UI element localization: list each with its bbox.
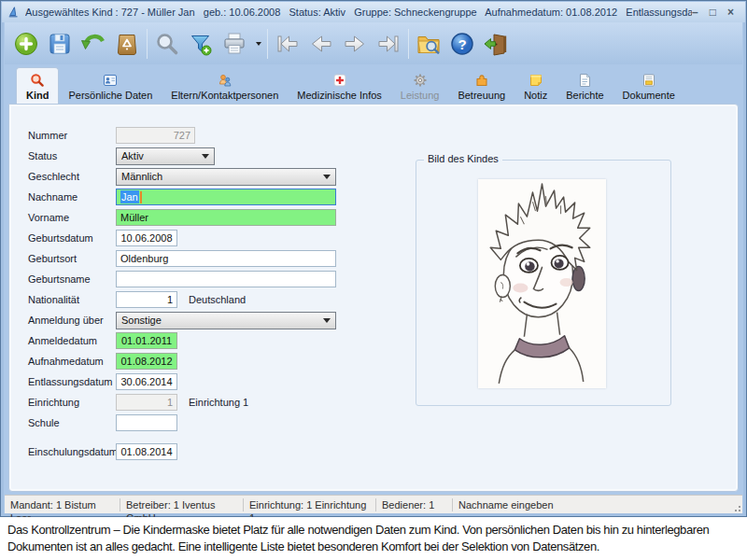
vorname-field[interactable]: Müller	[116, 209, 336, 226]
geburtsname-field[interactable]	[116, 271, 336, 287]
form-row: Nachname Jan	[28, 189, 336, 205]
nav-last-button[interactable]	[372, 26, 405, 62]
geschlecht-dropdown[interactable]: Männlich	[116, 168, 336, 186]
form-row: Geburtsdatum 10.06.2008	[28, 230, 336, 246]
tab-label: Eltern/Kontaktpersonen	[171, 90, 278, 101]
new-record-button[interactable]	[9, 26, 43, 62]
field-label: Anmeldedatum	[28, 335, 116, 346]
tab-label: Betreuung	[458, 90, 505, 101]
field-label: Geburtsort	[28, 253, 116, 264]
tab-berichte[interactable]: Berichte	[557, 70, 613, 104]
delete-button[interactable]	[110, 26, 144, 62]
field-label: Anmeldung über	[28, 315, 116, 326]
search-button[interactable]	[150, 26, 184, 62]
chevron-down-icon	[202, 154, 209, 159]
first-record-icon	[275, 31, 301, 57]
einschulungsdatum-field[interactable]: 01.08.2014	[116, 443, 177, 460]
field-label: Entlassungsdatum	[28, 376, 116, 387]
form-row: Aufnahmedatum 01.08.2012	[28, 353, 336, 370]
parents-icon	[218, 73, 233, 88]
tab-strip: Kind Persönliche Daten	[8, 67, 739, 104]
status-dropdown[interactable]: Aktiv	[116, 147, 215, 165]
groupbox-title: Bild des Kindes	[424, 153, 502, 164]
form-row: Anmeldung über Sonstige	[28, 312, 336, 329]
dropdown-value: Sonstige	[121, 315, 319, 326]
report-icon	[577, 73, 592, 88]
form-row: Nummer 727	[28, 127, 336, 144]
exit-button[interactable]	[479, 26, 513, 62]
print-button[interactable]	[218, 26, 251, 62]
form-row: Einschulungsdatum 01.08.2014	[28, 443, 336, 460]
bild-des-kindes-groupbox: Bild des Kindes	[416, 160, 671, 406]
puzzle-icon	[474, 73, 489, 88]
gear-icon	[413, 73, 428, 88]
folder-search-icon	[416, 31, 442, 57]
geburtsort-field[interactable]: Oldenburg	[116, 250, 336, 267]
nav-first-button[interactable]	[271, 26, 304, 62]
nachname-field[interactable]: Jan	[116, 189, 336, 205]
form-row: Status Aktiv	[28, 147, 336, 164]
toolbar-separator	[147, 29, 148, 59]
dropdown-value: Aktiv	[121, 150, 198, 161]
app-window: Ausgewähltes Kind : 727 - Müller Jan geb…	[0, 0, 747, 517]
tab-kind[interactable]: Kind	[16, 67, 59, 104]
save-button[interactable]	[43, 26, 77, 62]
resize-grip[interactable]	[732, 503, 740, 511]
form-row: Geburtsname	[28, 271, 336, 287]
tab-label: Dokumente	[623, 90, 675, 101]
tab-notiz[interactable]: Notiz	[514, 70, 557, 104]
einrichtung-field: 1	[116, 394, 177, 411]
nav-next-button[interactable]	[338, 26, 372, 62]
find-records-button[interactable]	[412, 26, 445, 62]
tab-betreuung[interactable]: Betreuung	[448, 70, 514, 104]
magnifier-icon	[154, 31, 180, 57]
nav-previous-button[interactable]	[304, 26, 338, 62]
tab-medizinische-infos[interactable]: Medizinische Infos	[288, 70, 391, 104]
minimize-button[interactable]: –	[692, 7, 698, 18]
note-icon	[529, 73, 543, 88]
field-label: Geburtsdatum	[28, 232, 116, 244]
anmeldedatum-field[interactable]: 01.01.2011	[116, 332, 177, 349]
undo-button[interactable]	[77, 26, 110, 62]
entlassungsdatum-field[interactable]: 30.06.2014	[116, 373, 177, 390]
schule-field[interactable]	[116, 414, 177, 431]
tab-eltern-kontaktpersonen[interactable]: Eltern/Kontaktpersonen	[162, 70, 288, 104]
selected-text: Jan	[120, 190, 139, 203]
child-photo[interactable]	[478, 179, 606, 388]
app-logo-icon	[7, 6, 21, 19]
print-menu-button[interactable]	[251, 26, 264, 62]
form-row: Einrichtung 1 Einrichtung 1	[28, 394, 336, 411]
chevron-down-icon	[323, 318, 331, 323]
einrichtung-name-label: Einrichtung 1	[189, 397, 248, 408]
dropdown-value: Männlich	[121, 171, 319, 182]
statusbar-mandant: Mandant: 1 Bistum Leer	[5, 498, 120, 511]
next-record-icon	[342, 31, 368, 57]
previous-record-icon	[308, 31, 334, 57]
field-label: Nummer	[28, 130, 116, 141]
nationalitaet-field[interactable]: 1	[116, 291, 177, 308]
maximize-button[interactable]: □	[710, 7, 716, 18]
floppy-disk-icon	[47, 31, 73, 57]
tab-dokumente[interactable]: Dokumente	[613, 70, 684, 104]
aufnahmedatum-field[interactable]: 01.08.2012	[116, 353, 177, 370]
field-label: Einrichtung	[28, 397, 116, 408]
form-row: Geschlecht Männlich	[28, 168, 336, 185]
form-row: Geburtsort Oldenburg	[28, 250, 336, 267]
tab-label: Berichte	[566, 90, 603, 101]
field-label: Schule	[28, 417, 116, 428]
field-label: Vorname	[28, 212, 116, 223]
filter-button[interactable]	[184, 26, 218, 62]
geburtsdatum-field[interactable]: 10.06.2008	[116, 230, 177, 246]
help-button[interactable]: ?	[445, 26, 479, 62]
field-label: Aufnahmedatum	[28, 356, 116, 367]
tab-leistung[interactable]: Leistung	[391, 70, 449, 104]
titlebar: Ausgewähltes Kind : 727 - Müller Jan geb…	[2, 2, 745, 22]
field-label: Einschulungsdatum	[28, 446, 116, 457]
help-icon: ?	[449, 31, 475, 57]
tab-persoenliche-daten[interactable]: Persönliche Daten	[59, 70, 162, 104]
anmeldung-ueber-dropdown[interactable]: Sonstige	[116, 312, 336, 329]
close-button[interactable]: ×	[727, 7, 734, 18]
statusbar-einrichtung: Einrichtung: 1 Einrichtung 1	[244, 498, 376, 511]
field-label: Geburtsname	[28, 273, 116, 285]
form-row: Vorname Müller	[28, 209, 336, 226]
